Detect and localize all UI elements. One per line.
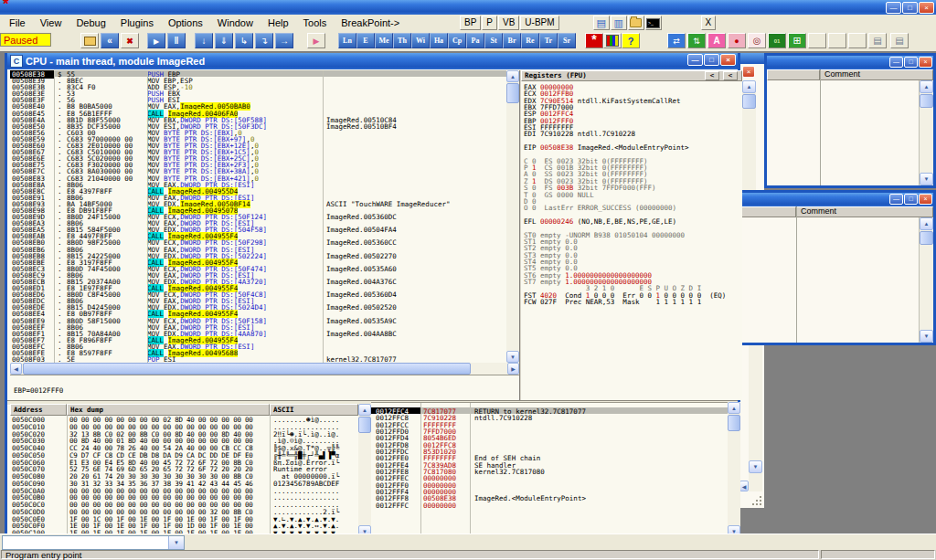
- menu-item-window[interactable]: Window: [210, 15, 261, 31]
- disasm-row[interactable]: 00508E6E.C683 5C020000 00MOV BYTE PTR DS…: [10, 154, 506, 161]
- view-button-me[interactable]: Me: [375, 33, 393, 48]
- stack-row[interactable]: 0012FFE0FFFFFFFFEnd of SEH chain: [371, 454, 728, 460]
- updown-plugin-button[interactable]: [687, 33, 706, 48]
- stack-row[interactable]: 0012FFDC853D1020: [371, 448, 728, 454]
- dump-row[interactable]: 0050C060E1 E3 00 E4 E5 8D 40 00 45 72 72…: [10, 459, 358, 466]
- stack-row[interactable]: 0012FFE87C817080kernel32.7C817080: [371, 468, 728, 474]
- close-button[interactable]: ×: [919, 194, 932, 205]
- scroll-down-icon[interactable]: ▼: [506, 351, 519, 363]
- menu-item-plugins[interactable]: Plugins: [113, 15, 161, 31]
- view-button-br[interactable]: Br: [503, 33, 521, 48]
- blank-column-header[interactable]: [767, 69, 820, 80]
- fragment-scrollbar[interactable]: ▲: [742, 80, 756, 195]
- disasm-row[interactable]: 00508E39.8BECMOV EBP,ESP: [10, 77, 506, 83]
- disasm-row[interactable]: 00508E7C.C683 8A030000 00MOV BYTE PTR DS…: [10, 167, 506, 174]
- register-line[interactable]: ST4 empty 0.0: [524, 258, 742, 264]
- pause-button[interactable]: [167, 33, 186, 48]
- dump-pane[interactable]: Address Hex dump ASCII 0050C00000 00 00 …: [10, 404, 358, 537]
- disasm-row[interactable]: 00508EE4.E8 0B97F8FFCALL ImageRed.004955…: [10, 310, 506, 316]
- disasm-row[interactable]: 00508E56.C603 00MOV BYTE PTR DS:[EBX],0: [10, 129, 506, 135]
- menu-item-help[interactable]: Help: [261, 15, 296, 31]
- stack-row[interactable]: 0012FFF400000000: [371, 488, 728, 494]
- analyze-plugin-button[interactable]: A: [707, 33, 726, 48]
- disasm-row[interactable]: 00508E40.B8 B0BA5000MOV EAX,ImageRed.005…: [10, 102, 506, 109]
- dump-vscrollbar[interactable]: ▲ ▼: [358, 404, 371, 537]
- dump-row[interactable]: 0050C00000 00 00 00 00 00 00 00 02 8D 40…: [10, 416, 358, 423]
- resize-grip[interactable]: [760, 503, 761, 505]
- folder-icon[interactable]: [628, 16, 644, 30]
- disasm-row[interactable]: 00508EF7.E8 F896F8FFCALL ImageRed.004955…: [10, 336, 506, 343]
- dump-row[interactable]: 0050C040CC 24 40 00 78 26 40 00 54 2A 40…: [10, 444, 358, 451]
- register-line[interactable]: ESI FFFFFFFF: [524, 123, 742, 130]
- dump-row[interactable]: 0050C01000 00 00 00 00 00 00 00 00 00 00…: [10, 423, 358, 430]
- stack-row[interactable]: 0012FFCCFFFFFFFF: [371, 421, 728, 428]
- register-line[interactable]: ST2 empty 0.0: [524, 244, 742, 250]
- disasm-row[interactable]: 00508EB0.8B0D 98F25000MOV ECX,DWORD PTR …: [10, 238, 506, 245]
- register-line[interactable]: ECX 0012FFB0: [524, 90, 742, 96]
- close-button[interactable]: ×: [919, 2, 934, 14]
- info-pane[interactable]: EBP=0012FFF0: [10, 375, 519, 401]
- trace-over-button[interactable]: [255, 33, 273, 48]
- menu-item-breakpoint[interactable]: BreakPoint->: [334, 15, 407, 31]
- comment-list-body[interactable]: [741, 217, 920, 343]
- restore-button[interactable]: □: [704, 54, 719, 66]
- dump-row[interactable]: 0050C0F01E 00 1F 00 1E 00 1F 00 1F 00 1D…: [10, 522, 358, 529]
- dump-row[interactable]: 0050C02032 13 8B C0 02 00 8B C0 00 8D 40…: [10, 430, 358, 438]
- app-titlebar[interactable]: * — □ ×: [0, 0, 936, 15]
- view-button-wi[interactable]: Wi: [411, 33, 430, 48]
- stack-row[interactable]: 0012FFD48054B6ED: [371, 434, 728, 440]
- register-line[interactable]: S 0 FS 003B 32bit 7FFDF000(FFF): [524, 184, 742, 190]
- disasm-row[interactable]: 00508E91.8B06MOV EAX,DWORD PTR DS:[ESI]: [10, 194, 506, 200]
- register-line[interactable]: EIP 00508E38 ImageRed.<ModuleEntryPoint>: [524, 143, 742, 150]
- disasm-row[interactable]: 00508E67.C683 C5010000 00MOV BYTE PTR DS…: [10, 148, 506, 154]
- register-line[interactable]: A 0 SS 0023 32bit 0(FFFFFFFF): [524, 170, 742, 176]
- toolbar-button-vb[interactable]: VB: [498, 16, 519, 30]
- scroll-up-icon[interactable]: ▲: [728, 402, 740, 414]
- stack-vscrollbar[interactable]: ▲ ▼: [728, 402, 740, 537]
- close-button[interactable]: ×: [720, 54, 736, 66]
- scroll-thumb[interactable]: [23, 363, 471, 375]
- disasm-row[interactable]: 00508E3F.56PUSH ESI: [10, 96, 506, 102]
- view-button-e[interactable]: E: [356, 33, 375, 48]
- register-line[interactable]: EAX 00000000: [524, 83, 742, 90]
- disasm-row[interactable]: 00508E4A.8B1D 88F55000MOV EBX,DWORD PTR …: [10, 116, 506, 122]
- empty-button-3[interactable]: [848, 33, 867, 48]
- run-button[interactable]: [147, 33, 165, 48]
- disasm-row[interactable]: 00508EE9.8B0D 58F15000MOV ECX,DWORD PTR …: [10, 317, 506, 323]
- scroll-up-icon[interactable]: ▲: [742, 80, 756, 93]
- disasm-row[interactable]: 00508EF1.8B15 70A84A00MOV EDX,DWORD PTR …: [10, 330, 506, 336]
- disasm-row[interactable]: 00508ED1.E8 1E97F8FFCALL ImageRed.004955…: [10, 284, 506, 291]
- register-line[interactable]: EDX 7C90E514 ntdll.KiFastSystemCallRet: [524, 97, 742, 103]
- view-button-sr[interactable]: Sr: [558, 33, 576, 48]
- scroll-up-icon[interactable]: ▲: [920, 217, 933, 230]
- register-line[interactable]: FST 4020 Cond 1 0 0 0 Err 0 0 1 0 0 0 0 …: [524, 291, 742, 298]
- register-line[interactable]: C 0 ES 0023 32bit 0(FFFFFFFF): [524, 157, 742, 164]
- register-line[interactable]: EBP 0012FFF0: [524, 117, 742, 123]
- step-into-button[interactable]: [195, 33, 213, 48]
- register-line[interactable]: EFL 00000246 (NO,NB,E,BE,NS,PE,GE,LE): [524, 217, 742, 224]
- registers-pane[interactable]: Registers (FPU) < < EAX 00000000ECX 0012…: [519, 70, 742, 400]
- register-line[interactable]: ST7 empty 1.0000000000000000000: [524, 278, 742, 284]
- menu-item-options[interactable]: Options: [161, 15, 210, 31]
- swap-plugin-button[interactable]: [667, 33, 686, 48]
- disasm-row[interactable]: 00508ECB.8B15 20374A00MOV EDX,DWORD PTR …: [10, 278, 506, 284]
- vertical-scrollbar[interactable]: ▲ ▼: [920, 217, 933, 343]
- maximize-button[interactable]: □: [904, 57, 918, 68]
- dump-row[interactable]: 0050C0A000 00 00 00 00 00 00 00 00 00 00…: [10, 487, 358, 494]
- toolbar-button-ubpm[interactable]: U-BPM: [520, 16, 558, 30]
- comment-window-titlebar[interactable]: — □ ×: [767, 56, 933, 69]
- disasm-row[interactable]: 00508EDE.8B15 D4245000MOV EDX,DWORD PTR …: [10, 303, 506, 310]
- stack-row[interactable]: 0012FFF800508E38ImageRed.<ModuleEntryPoi…: [371, 494, 728, 501]
- empty-button-1[interactable]: [808, 33, 826, 48]
- view-button-ha[interactable]: Ha: [430, 33, 448, 48]
- disasm-row[interactable]: 00508EB6.8B06MOV EAX,DWORD PTR DS:[ESI]: [10, 246, 506, 252]
- scroll-down-icon[interactable]: ▼: [920, 330, 933, 343]
- disasm-row[interactable]: 00508E3E.53PUSH EBX: [10, 90, 506, 96]
- view-button-pa[interactable]: Pa: [466, 33, 484, 48]
- scroll-right-icon[interactable]: ▶: [507, 363, 519, 375]
- minimize-button[interactable]: —: [889, 57, 903, 68]
- ascii-column-header[interactable]: ASCII: [270, 404, 358, 416]
- disasm-row[interactable]: 00508E83.C683 21040000 00MOV BYTE PTR DS…: [10, 174, 506, 181]
- scroll-up-icon[interactable]: ▲: [358, 404, 371, 416]
- register-line[interactable]: EDI 7C910228 ntdll.7C910228: [524, 130, 742, 136]
